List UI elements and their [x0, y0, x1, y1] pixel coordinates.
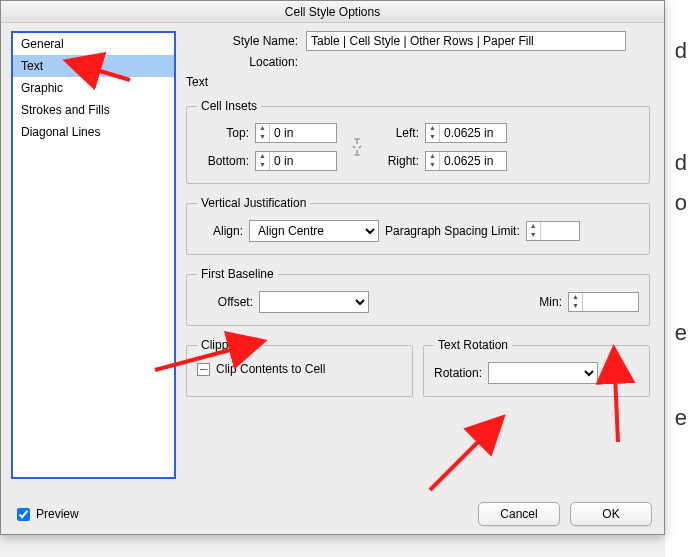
- bottom-label: Bottom:: [197, 154, 255, 168]
- bottom-stepper[interactable]: ▲▼: [255, 151, 337, 171]
- rotation-legend: Text Rotation: [434, 338, 512, 352]
- stepper-arrows-icon[interactable]: ▲▼: [426, 124, 440, 142]
- rotation-select[interactable]: [488, 362, 598, 384]
- top-stepper[interactable]: ▲▼: [255, 123, 337, 143]
- offset-label: Offset:: [197, 295, 253, 309]
- clipping-group: Clipping Clip Contents to Cell: [186, 338, 413, 397]
- cell-insets-legend: Cell Insets: [197, 99, 261, 113]
- sidebar-item-strokes-fills[interactable]: Strokes and Fills: [13, 99, 174, 121]
- stepper-arrows-icon[interactable]: ▲▼: [256, 124, 270, 142]
- cancel-button[interactable]: Cancel: [478, 502, 560, 526]
- rotation-label: Rotation:: [434, 366, 482, 380]
- first-baseline-group: First Baseline Offset: Min: ▲▼: [186, 267, 650, 326]
- sidebar-item-graphic[interactable]: Graphic: [13, 77, 174, 99]
- clipping-legend: Clipping: [197, 338, 248, 352]
- stepper-arrows-icon[interactable]: ▲▼: [569, 293, 583, 311]
- preview-checkbox[interactable]: [17, 508, 30, 521]
- preview-check[interactable]: Preview: [13, 505, 79, 524]
- vertical-justification-group: Vertical Justification Align: Align Cent…: [186, 196, 650, 255]
- preview-label: Preview: [36, 507, 79, 521]
- min-label: Min:: [539, 295, 562, 309]
- left-input[interactable]: [440, 124, 500, 142]
- min-stepper[interactable]: ▲▼: [568, 292, 639, 312]
- clip-contents-check[interactable]: Clip Contents to Cell: [197, 362, 402, 376]
- text-rotation-group: Text Rotation Rotation:: [423, 338, 650, 397]
- section-title: Text: [186, 75, 650, 89]
- left-label: Left:: [377, 126, 425, 140]
- stepper-arrows-icon[interactable]: ▲▼: [527, 222, 541, 240]
- main-panel: Style Name: Location: Text Cell Insets T…: [182, 31, 654, 479]
- fb-legend: First Baseline: [197, 267, 278, 281]
- sidebar-item-diagonal-lines[interactable]: Diagonal Lines: [13, 121, 174, 143]
- align-select[interactable]: Align Centre: [249, 220, 379, 242]
- spacing-limit-label: Paragraph Spacing Limit:: [385, 224, 520, 238]
- bottom-input[interactable]: [270, 152, 330, 170]
- background-strip: d d o e e: [663, 0, 693, 557]
- ok-button[interactable]: OK: [570, 502, 652, 526]
- bottom-background: [0, 535, 665, 557]
- spacing-limit-stepper[interactable]: ▲▼: [526, 221, 580, 241]
- dialog-window: Cell Style Options General Text Graphic …: [0, 0, 665, 535]
- sidebar-item-text[interactable]: Text: [13, 55, 174, 77]
- clip-contents-label: Clip Contents to Cell: [216, 362, 325, 376]
- right-input[interactable]: [440, 152, 500, 170]
- right-label: Right:: [377, 154, 425, 168]
- location-label: Location:: [186, 55, 306, 69]
- window-titlebar: Cell Style Options: [1, 1, 664, 23]
- sidebar-item-general[interactable]: General: [13, 33, 174, 55]
- spacing-limit-input[interactable]: [541, 222, 579, 240]
- stepper-arrows-icon[interactable]: ▲▼: [426, 152, 440, 170]
- stepper-arrows-icon[interactable]: ▲▼: [256, 152, 270, 170]
- unlink-icon[interactable]: [337, 138, 377, 156]
- mixed-checkbox-icon[interactable]: [197, 363, 210, 376]
- align-label: Align:: [197, 224, 243, 238]
- dialog-footer: Preview Cancel OK: [1, 494, 664, 534]
- right-stepper[interactable]: ▲▼: [425, 151, 507, 171]
- offset-select[interactable]: [259, 291, 369, 313]
- top-input[interactable]: [270, 124, 330, 142]
- top-label: Top:: [197, 126, 255, 140]
- cell-insets-group: Cell Insets Top: ▲▼ Left: ▲▼ Bo: [186, 99, 650, 184]
- category-sidebar: General Text Graphic Strokes and Fills D…: [11, 31, 176, 479]
- window-title: Cell Style Options: [285, 5, 380, 19]
- vj-legend: Vertical Justification: [197, 196, 310, 210]
- min-input[interactable]: [583, 293, 638, 311]
- style-name-input[interactable]: [306, 31, 626, 51]
- style-name-label: Style Name:: [186, 34, 306, 48]
- left-stepper[interactable]: ▲▼: [425, 123, 507, 143]
